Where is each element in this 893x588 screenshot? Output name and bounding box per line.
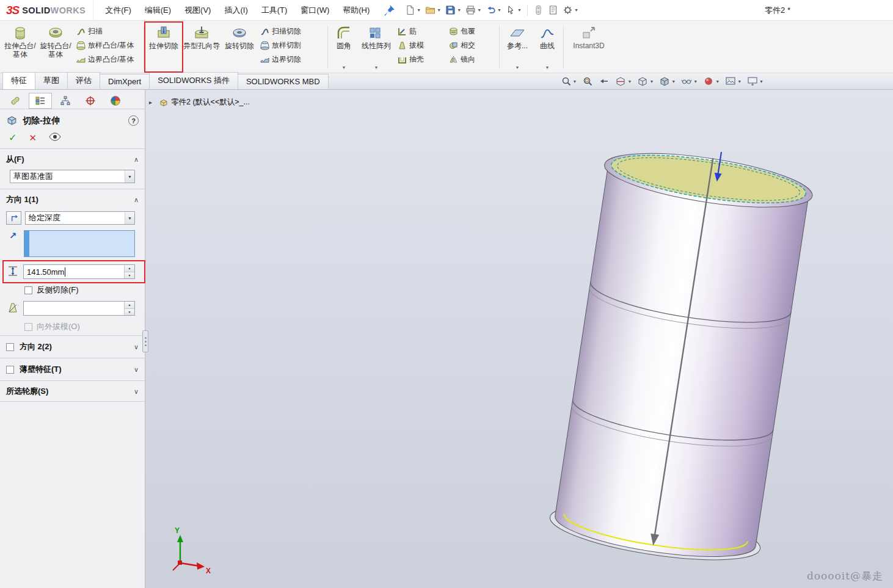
section-view-icon bbox=[615, 76, 626, 87]
edit-appearance-icon bbox=[703, 76, 714, 87]
wrap-button[interactable]: 包覆 bbox=[448, 26, 495, 37]
thin-feature-section-header[interactable]: 薄壁特征(T) ∨ bbox=[0, 358, 145, 380]
swept-cut-button[interactable]: 扫描切除 bbox=[259, 26, 324, 37]
loft-boss-button[interactable]: 放样凸台/基体 bbox=[75, 40, 140, 51]
print-button[interactable]: ▼ bbox=[464, 4, 483, 16]
tab-sketch[interactable]: 草图 bbox=[35, 72, 68, 89]
previous-view-icon bbox=[599, 76, 610, 87]
tab-solidworks-mbd[interactable]: SOLIDWORKS MBD bbox=[238, 74, 329, 89]
depth-spin-up-button[interactable]: ▲ bbox=[125, 265, 134, 272]
from-section-header[interactable]: 从(F) ∧ bbox=[0, 149, 145, 169]
fillet-button[interactable]: 圆角 ▼ bbox=[330, 23, 358, 71]
new-document-button[interactable]: ▼ bbox=[403, 4, 423, 16]
zoom-to-area-button[interactable] bbox=[582, 76, 593, 87]
draft-outward-checkbox[interactable] bbox=[24, 323, 32, 331]
apply-scene-button[interactable]: ▼ bbox=[725, 76, 742, 87]
menu-tools[interactable]: 工具(T) bbox=[255, 0, 294, 20]
file-properties-button[interactable] bbox=[546, 4, 560, 16]
preview-button[interactable] bbox=[49, 132, 61, 143]
feature-manager-tab[interactable] bbox=[4, 93, 27, 109]
menu-edit[interactable]: 编辑(E) bbox=[138, 0, 178, 20]
menu-help[interactable]: 帮助(H) bbox=[336, 0, 376, 20]
help-button[interactable]: ? bbox=[128, 115, 139, 126]
barrel-model[interactable] bbox=[547, 135, 818, 571]
reference-geometry-button[interactable]: 参考... ▼ bbox=[501, 23, 533, 71]
intersect-button[interactable]: 相交 bbox=[448, 40, 495, 51]
previous-view-button[interactable] bbox=[599, 76, 610, 87]
open-button[interactable]: ▼ bbox=[423, 4, 443, 16]
revolve-boss-icon bbox=[48, 25, 64, 41]
hole-wizard-button[interactable]: 异型孔向导 bbox=[181, 23, 222, 71]
selected-contours-label: 所选轮廓(S) bbox=[6, 386, 48, 397]
rebuild-traffic-light-icon bbox=[533, 5, 544, 15]
edit-appearance-button[interactable]: ▼ bbox=[703, 76, 720, 87]
selected-contours-section-header[interactable]: 所选轮廓(S) ∨ bbox=[0, 381, 145, 401]
mirror-button[interactable]: 镜向 bbox=[448, 54, 495, 65]
cut-small-buttons: 扫描切除 放样切割 边界切除 bbox=[257, 23, 326, 71]
menu-view[interactable]: 视图(V) bbox=[178, 0, 217, 20]
hide-show-items-button[interactable]: ▼ bbox=[681, 76, 698, 87]
view-settings-button[interactable]: ▼ bbox=[747, 76, 764, 87]
dropdown-arrow-icon: ▼ bbox=[759, 79, 764, 84]
property-manager-actions: ✓ ✕ bbox=[0, 130, 145, 148]
graphics-viewport[interactable]: ▸ 零件2 (默认<<默认>_... bbox=[145, 90, 893, 588]
extrude-boss-button[interactable]: 拉伸凸台/基体 bbox=[2, 23, 38, 71]
extruded-cut-button[interactable]: 拉伸切除 bbox=[146, 23, 181, 71]
tab-features[interactable]: 特征 bbox=[2, 72, 35, 89]
depth-spin-down-button[interactable]: ▼ bbox=[125, 272, 134, 279]
from-condition-dropdown[interactable]: 草图基准面 ▼ bbox=[10, 170, 135, 183]
curves-button[interactable]: 曲线 ▼ bbox=[533, 23, 561, 71]
cancel-button[interactable]: ✕ bbox=[29, 132, 37, 143]
end-condition-dropdown[interactable]: 给定深度 ▼ bbox=[25, 211, 135, 225]
undo-button[interactable]: ▼ bbox=[484, 4, 503, 16]
boundary-boss-button[interactable]: 边界凸台/基体 bbox=[75, 54, 140, 65]
draft-spin-down-button[interactable]: ▼ bbox=[125, 308, 134, 316]
section-view-button[interactable]: ▼ bbox=[615, 76, 632, 87]
tab-dimxpert[interactable]: DimXpert bbox=[100, 74, 150, 89]
lofted-cut-button[interactable]: 放样切割 bbox=[259, 40, 324, 51]
draft-spin-up-button[interactable]: ▲ bbox=[125, 302, 134, 308]
depth-input[interactable]: 141.50mm ▲ ▼ bbox=[23, 264, 135, 279]
view-orientation-button[interactable]: ▼ bbox=[637, 76, 654, 87]
property-manager-tab[interactable] bbox=[29, 93, 52, 109]
direction1-section-header[interactable]: 方向 1(1) ∧ bbox=[0, 189, 145, 209]
dimxpert-manager-tab[interactable] bbox=[79, 93, 102, 109]
tree-item-part-name: 零件2 (默认<<默认>_... bbox=[171, 97, 250, 107]
display-style-button[interactable]: ▼ bbox=[659, 76, 676, 87]
ok-button[interactable]: ✓ bbox=[9, 132, 16, 143]
revolved-cut-button[interactable]: 旋转切除 bbox=[222, 23, 257, 71]
boundary-cut-button[interactable]: 边界切除 bbox=[259, 54, 324, 65]
options-button[interactable]: ▼ bbox=[561, 4, 580, 16]
menu-file[interactable]: 文件(F) bbox=[98, 0, 138, 20]
panel-splitter-handle[interactable] bbox=[142, 330, 148, 352]
configuration-manager-tab[interactable] bbox=[54, 93, 77, 109]
menu-insert[interactable]: 插入(I) bbox=[217, 0, 254, 20]
instant3d-button[interactable]: Instant3D bbox=[566, 23, 612, 71]
rib-button[interactable]: 筋 bbox=[396, 26, 444, 37]
sweep-button[interactable]: 扫描 bbox=[75, 26, 140, 37]
thin-feature-checkbox[interactable] bbox=[6, 366, 14, 374]
save-button[interactable]: ▼ bbox=[443, 4, 463, 16]
reverse-direction-button[interactable] bbox=[6, 211, 21, 225]
direction2-checkbox[interactable] bbox=[6, 343, 14, 351]
shell-button[interactable]: 抽壳 bbox=[396, 54, 444, 65]
tab-solidworks-addins[interactable]: SOLIDWORKS 插件 bbox=[149, 72, 238, 89]
dropdown-arrow-icon: ▼ bbox=[517, 8, 522, 12]
linear-pattern-button[interactable]: 线性阵列 ▼ bbox=[358, 23, 395, 71]
draft-angle-input[interactable]: ▲ ▼ bbox=[23, 301, 135, 316]
draft-button[interactable]: 拔模 bbox=[396, 40, 444, 51]
zoom-to-fit-button[interactable]: ▼ bbox=[561, 76, 577, 87]
tab-evaluate[interactable]: 评估 bbox=[67, 72, 100, 89]
select-button[interactable]: ▼ bbox=[504, 4, 523, 16]
display-manager-tab[interactable] bbox=[104, 93, 127, 109]
flip-side-checkbox[interactable] bbox=[24, 286, 32, 294]
tree-expand-arrow-icon[interactable]: ▸ bbox=[149, 99, 156, 106]
revolve-boss-button[interactable]: 旋转凸台/基体 bbox=[38, 23, 73, 71]
direction-reference-listbox[interactable] bbox=[24, 230, 135, 257]
menu-window[interactable]: 窗口(W) bbox=[294, 0, 336, 20]
pin-menu-button[interactable] bbox=[382, 4, 396, 17]
direction2-section-header[interactable]: 方向 2(2) ∨ bbox=[0, 336, 145, 358]
rebuild-button[interactable] bbox=[531, 4, 545, 16]
flyout-feature-tree[interactable]: ▸ 零件2 (默认<<默认>_... bbox=[149, 97, 250, 107]
draft-row: ▲ ▼ bbox=[0, 299, 145, 318]
